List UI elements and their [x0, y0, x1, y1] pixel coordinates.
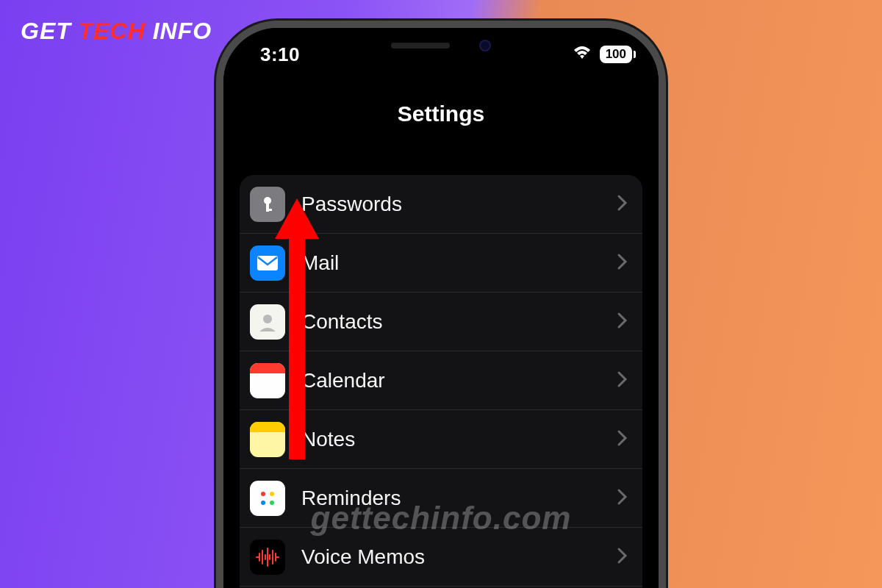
notes-icon: [250, 422, 285, 457]
row-label: Calendar: [285, 369, 617, 392]
brand-logo: GET TECH INFO: [21, 18, 212, 45]
contacts-icon: [250, 304, 285, 340]
key-icon: [250, 187, 285, 222]
svg-rect-2: [266, 209, 272, 211]
phone-frame: 3:10 100 Settings Passwords: [216, 21, 666, 588]
row-label: Mail: [285, 251, 617, 275]
brand-part-1: GET: [21, 18, 79, 44]
svg-point-6: [261, 501, 265, 505]
settings-row-voice-memos[interactable]: Voice Memos: [240, 528, 642, 587]
chevron-right-icon: [617, 195, 628, 214]
row-label: Passwords: [285, 193, 617, 216]
svg-point-5: [261, 492, 265, 496]
row-label: Notes: [285, 428, 617, 451]
chevron-right-icon: [617, 489, 628, 508]
svg-point-7: [270, 492, 274, 496]
svg-point-8: [270, 501, 274, 505]
row-label: Reminders: [285, 487, 617, 510]
settings-row-calendar[interactable]: Calendar: [240, 351, 642, 410]
brand-part-2: TECH: [79, 18, 153, 44]
settings-row-contacts[interactable]: Contacts: [240, 293, 642, 351]
chevron-right-icon: [617, 430, 628, 449]
settings-row-reminders[interactable]: Reminders: [240, 469, 642, 528]
settings-list[interactable]: Passwords Mail Contacts Calendar: [240, 175, 642, 588]
notch: [342, 28, 540, 63]
battery-indicator: 100: [600, 46, 632, 63]
row-label: Voice Memos: [285, 545, 617, 569]
mail-icon: [250, 245, 285, 281]
row-label: Contacts: [285, 310, 617, 334]
chevron-right-icon: [617, 548, 628, 567]
settings-row-mail[interactable]: Mail: [240, 234, 642, 293]
wifi-icon: [572, 45, 592, 64]
chevron-right-icon: [617, 254, 628, 273]
status-time: 3:10: [260, 43, 300, 66]
battery-level: 100: [606, 47, 626, 62]
earpiece-speaker: [391, 43, 450, 49]
svg-point-4: [263, 315, 272, 323]
chevron-right-icon: [617, 312, 628, 331]
page-title: Settings: [223, 101, 659, 126]
phone-screen: 3:10 100 Settings Passwords: [223, 28, 659, 588]
chevron-right-icon: [617, 371, 628, 390]
reminders-icon: [250, 481, 285, 516]
settings-row-passwords[interactable]: Passwords: [240, 175, 642, 234]
settings-row-notes[interactable]: Notes: [240, 410, 642, 469]
front-camera: [479, 40, 491, 51]
calendar-icon: [250, 363, 285, 398]
brand-part-3: INFO: [153, 18, 212, 44]
voice-memos-icon: [250, 539, 285, 575]
